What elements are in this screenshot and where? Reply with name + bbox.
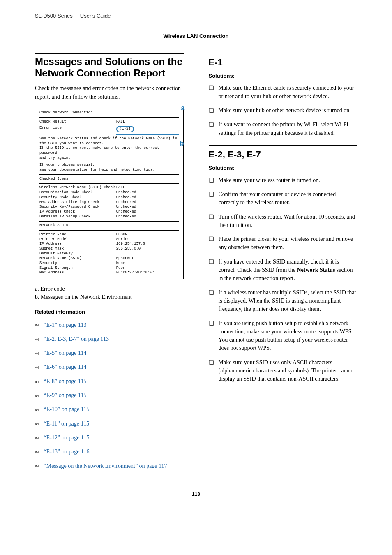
left-column: Messages and Solutions on the Network Co… [35, 53, 184, 476]
solution-item: Make sure your SSID uses only ASCII char… [209, 358, 357, 384]
report-row: Detailed IP Setup CheckUnchecked [39, 215, 179, 220]
e1-heading: E-1 [209, 56, 357, 69]
related-link[interactable]: “E-13” on page 116 [35, 448, 184, 456]
check-result-value: FAIL [116, 120, 179, 125]
intro-paragraph: Check the messages and error codes on th… [35, 84, 184, 101]
report-row: Printer ModelSeries [39, 237, 179, 242]
report-msg: the SSID you want to connect. [39, 141, 179, 146]
column-divider [196, 53, 196, 476]
solutions-label: Solutions: [209, 164, 357, 172]
solution-item: Confirm that your computer or device is … [209, 190, 357, 207]
report-row: IP Address169.254.137.8 [39, 242, 179, 247]
solution-item: Turn off the wireless router. Wait for a… [209, 213, 357, 230]
report-row: Communication Mode CheckUnchecked [39, 190, 179, 195]
report-row: SecurityNone [39, 261, 179, 266]
callout-b-label: b [180, 139, 184, 148]
report-row: MAC Address Filtering CheckUnchecked [39, 200, 179, 205]
report-msg: See the Network Status and check if the … [39, 136, 179, 141]
title-rule [35, 53, 184, 54]
solution-item: If you have entered the SSID manually, c… [209, 258, 357, 283]
hand-pointer-icon [35, 421, 42, 426]
error-code-value: (E-2) [116, 126, 134, 132]
hand-pointer-icon [35, 365, 42, 370]
legend: a. Error code b. Messages on the Network… [35, 285, 184, 302]
related-link[interactable]: “E-12” on page 115 [35, 434, 184, 442]
network-report-image: a b Check Network Connection Check Resul… [35, 107, 184, 279]
report-row: Security Mode CheckUnchecked [39, 195, 179, 200]
doc-type: User's Guide [80, 13, 111, 19]
solution-item: Make sure the Ethernet cable is securely… [209, 84, 357, 101]
error-code-label: Error code [39, 126, 116, 132]
page-header: SL-D500 Series User's Guide [35, 12, 357, 20]
hand-pointer-icon [35, 351, 42, 356]
related-link[interactable]: “E-9” on page 115 [35, 391, 184, 400]
page-number: 113 [35, 491, 357, 498]
solutions-label: Solutions: [209, 72, 357, 80]
network-status-heading: Network Status [39, 223, 179, 228]
e237-heading: E-2, E-3, E-7 [209, 148, 357, 161]
hand-pointer-icon [35, 323, 42, 328]
related-link[interactable]: “E-11” on page 115 [35, 420, 184, 428]
solution-item: Make sure your hub or other network devi… [209, 106, 357, 115]
e237-solutions-list: Make sure your wireless router is turned… [209, 176, 357, 384]
related-link[interactable]: “E-8” on page 115 [35, 377, 184, 386]
related-link[interactable]: “E-5” on page 114 [35, 349, 184, 357]
report-row: Wireless Network Name (SSID) CheckFAIL [39, 185, 179, 190]
hand-pointer-icon [35, 379, 42, 384]
related-link[interactable]: “E-2, E-3, E-7” on page 113 [35, 335, 184, 343]
main-heading: Messages and Solutions on the Network Co… [35, 56, 184, 80]
report-title: Check Network Connection [39, 111, 179, 116]
solution-item: Make sure your wireless router is turned… [209, 176, 357, 185]
right-column: E-1 Solutions: Make sure the Ethernet ca… [209, 53, 357, 476]
report-row: IP Address CheckUnchecked [39, 210, 179, 215]
hand-pointer-icon [35, 464, 42, 469]
related-link[interactable]: “E-10” on page 115 [35, 405, 184, 414]
related-link[interactable]: “E-1” on page 113 [35, 321, 184, 329]
hand-pointer-icon [35, 436, 42, 441]
product-name: SL-D500 Series [35, 13, 73, 19]
hand-pointer-icon [35, 450, 42, 455]
report-row: Signal StrengthPoor [39, 266, 179, 271]
solution-item: Place the printer closer to your wireles… [209, 235, 357, 252]
checked-items-heading: Checked Items [39, 177, 179, 182]
hand-pointer-icon [35, 407, 42, 412]
report-msg: If the SSID is correct, make sure to ent… [39, 146, 179, 155]
check-result-label: Check Result [39, 120, 116, 125]
report-msg: If your problems persist, [39, 163, 179, 168]
related-link[interactable]: “E-6” on page 114 [35, 363, 184, 371]
report-row: Subnet Mask255.255.0.0 [39, 247, 179, 252]
report-msg: and try again. [39, 156, 179, 161]
report-row: Printer NameEPSON [39, 232, 179, 237]
callout-a-label: a [181, 104, 185, 113]
solution-item: If a wireless router has multiple SSIDs,… [209, 289, 357, 314]
legend-a: a. Error code [35, 285, 184, 293]
legend-b: b. Messages on the Network Environment [35, 293, 184, 301]
solution-item: If you are using push button setup to es… [209, 319, 357, 353]
solution-item: If you want to connect the printer by Wi… [209, 120, 357, 137]
related-link[interactable]: “Message on the Network Environment” on … [35, 462, 184, 470]
report-row: Security Key/Password CheckUnchecked [39, 205, 179, 210]
report-row: Default Gateway [39, 252, 179, 257]
section-name: Wireless LAN Connection [35, 32, 357, 40]
report-row: MAC AddressF8:D0:27:48:C8:AC [39, 271, 179, 275]
hand-pointer-icon [35, 393, 42, 398]
related-info-heading: Related information [35, 308, 184, 316]
report-row: Network Name (SSID)EpsonNet [39, 256, 179, 261]
report-msg: see your documentation for help and netw… [39, 168, 179, 173]
hand-pointer-icon [35, 337, 42, 342]
e1-solutions-list: Make sure the Ethernet cable is securely… [209, 84, 357, 137]
